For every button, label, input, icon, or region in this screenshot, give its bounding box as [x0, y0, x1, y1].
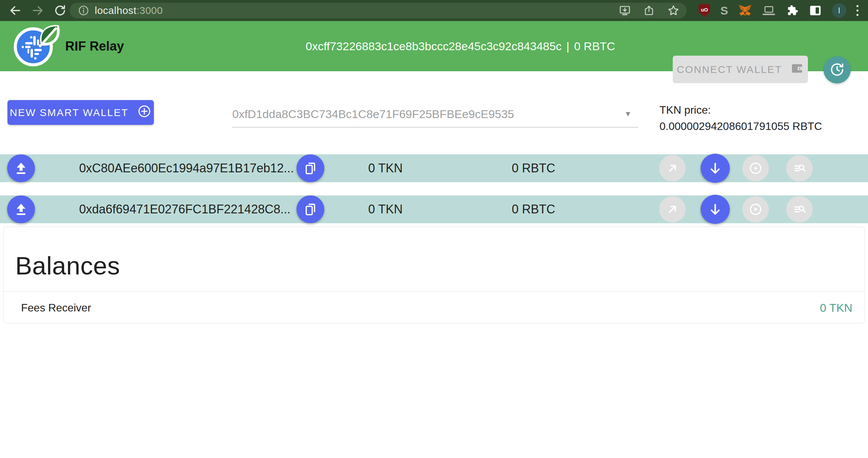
wallet-icon — [790, 61, 804, 77]
fees-receiver-label: Fees Receiver — [21, 302, 91, 314]
site-info-icon[interactable] — [78, 5, 89, 16]
balances-title: Balances — [15, 251, 120, 280]
copy-icon — [303, 202, 318, 216]
fees-receiver-value: 0 TKN — [820, 301, 852, 314]
plus-circle-icon — [137, 104, 151, 121]
chevron-down-icon: ▼ — [624, 110, 632, 118]
side-panel-icon[interactable] — [809, 5, 822, 16]
header-separator: | — [566, 40, 569, 53]
tkn-price-label: TKN price: — [659, 102, 863, 118]
selected-wallet-address: 0xfD1dda8C3BC734Bc1C8e71F69F25BFBEe9cE95… — [232, 108, 624, 121]
receive-button[interactable] — [701, 195, 730, 224]
rif-relay-logo — [13, 24, 64, 70]
metamask-fox-icon[interactable] — [738, 4, 752, 17]
laptop-extension-icon[interactable] — [762, 4, 776, 17]
smart-wallet-select[interactable]: 0xfD1dda8C3BC734Bc1C8e71F69F25BFBEe9cE95… — [232, 101, 638, 128]
execute-button — [742, 196, 769, 223]
app-title: RIF Relay — [65, 21, 124, 71]
tkn-price-value: 0.00000294208601791055 RBTC — [659, 118, 863, 134]
search-list-icon — [792, 161, 807, 175]
surfshark-extension-icon[interactable]: S — [720, 4, 728, 17]
send-button — [659, 155, 686, 182]
copy-icon — [303, 161, 318, 175]
upload-icon — [14, 161, 29, 176]
deploy-wallet-button[interactable] — [7, 195, 35, 223]
app-header: RIF Relay 0xcff73226883c1ce8b3bccc28e45c… — [0, 21, 868, 71]
smart-wallet-address: 0xC80AEe600Ec1994a97E1B17eb12... — [79, 154, 294, 182]
extensions-puzzle-icon[interactable] — [786, 4, 799, 17]
play-circle-icon — [748, 161, 763, 175]
tkn-price-block: TKN price: 0.00000294208601791055 RBTC — [659, 102, 863, 134]
balances-card: Balances Fees Receiver 0 TKN — [3, 227, 865, 323]
update-clock-icon — [829, 62, 845, 78]
arrow-down-icon — [708, 161, 723, 176]
search-list-icon — [792, 202, 807, 216]
browser-toolbar: localhost:3000 uO S — [0, 0, 868, 21]
inspect-transactions-button — [786, 196, 813, 223]
share-icon[interactable] — [643, 5, 655, 16]
new-smart-wallet-button[interactable]: NEW SMART WALLET — [7, 100, 154, 125]
smart-wallet-row: 0xda6f69471E0276FC1BF221428C8... 0 TKN 0… — [0, 195, 868, 223]
header-account-info: 0xcff73226883c1ce8b3bccc28e45c3c92c84348… — [306, 21, 615, 71]
wallet-tkn-balance: 0 TKN — [351, 154, 419, 182]
header-account-address: 0xcff73226883c1ce8b3bccc28e45c3c92c84348… — [306, 40, 562, 53]
reload-icon[interactable] — [54, 4, 67, 17]
wallet-rbtc-balance: 0 RBTC — [500, 195, 567, 223]
arrow-up-right-icon — [666, 203, 679, 216]
connect-wallet-label: CONNECT WALLET — [677, 64, 782, 75]
refresh-button[interactable] — [824, 56, 851, 83]
connect-wallet-button[interactable]: CONNECT WALLET — [673, 56, 808, 83]
new-smart-wallet-label: NEW SMART WALLET — [10, 107, 129, 118]
browser-menu-icon[interactable] — [856, 5, 858, 16]
url-text[interactable]: localhost:3000 — [95, 5, 163, 16]
back-icon[interactable] — [9, 4, 22, 17]
copy-address-button[interactable] — [296, 195, 324, 223]
upload-icon — [14, 202, 29, 217]
header-account-balance: 0 RBTC — [574, 40, 615, 53]
bookmark-star-icon[interactable] — [667, 4, 680, 17]
execute-button — [742, 155, 769, 182]
wallet-tkn-balance: 0 TKN — [351, 195, 419, 223]
address-bar[interactable]: localhost:3000 — [70, 3, 687, 18]
smart-wallet-address: 0xda6f69471E0276FC1BF221428C8... — [79, 195, 290, 223]
arrow-down-icon — [708, 202, 723, 217]
page: localhost:3000 uO S — [0, 0, 868, 458]
deploy-wallet-button[interactable] — [7, 154, 35, 182]
install-app-icon[interactable] — [619, 4, 631, 17]
receive-button[interactable] — [701, 154, 730, 183]
forward-icon — [31, 4, 44, 17]
smart-wallet-row: 0xC80AEe600Ec1994a97E1B17eb12... 0 TKN 0… — [0, 154, 868, 182]
inspect-transactions-button — [786, 155, 813, 182]
copy-address-button[interactable] — [296, 154, 324, 182]
ublock-extension-icon[interactable]: uO — [699, 4, 710, 17]
wallet-rbtc-balance: 0 RBTC — [500, 154, 567, 182]
browser-profile-avatar[interactable]: I — [832, 3, 846, 18]
fees-receiver-row: Fees Receiver 0 TKN — [4, 291, 864, 324]
send-button — [659, 196, 686, 223]
play-circle-icon — [748, 202, 763, 216]
arrow-up-right-icon — [666, 161, 679, 175]
